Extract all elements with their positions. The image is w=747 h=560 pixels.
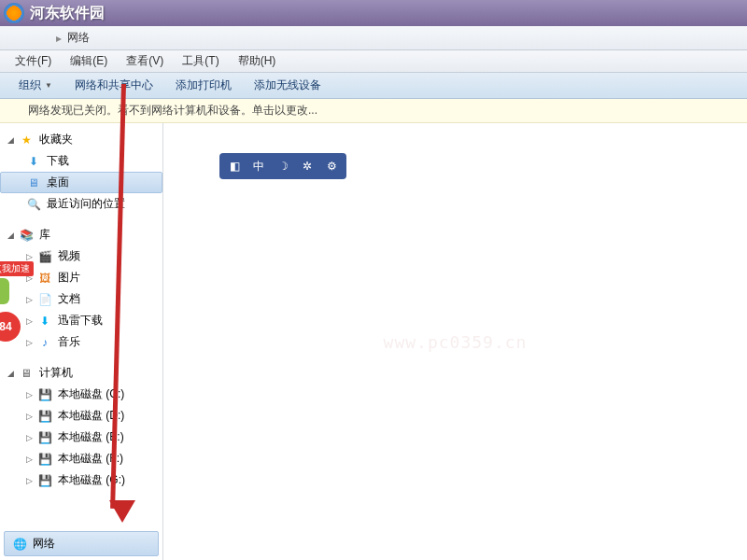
computer-label: 计算机 bbox=[39, 365, 73, 381]
music-label: 音乐 bbox=[58, 334, 80, 350]
menu-help[interactable]: 帮助(H) bbox=[229, 53, 286, 69]
picture-icon: 🖼 bbox=[37, 271, 52, 286]
document-icon: 📄 bbox=[37, 292, 52, 307]
xunlei-label: 迅雷下载 bbox=[58, 313, 103, 329]
preview-btn-b[interactable]: 中 bbox=[247, 157, 270, 175]
accel-badge[interactable]: 点我加速 bbox=[0, 261, 34, 276]
documents-label: 文档 bbox=[58, 291, 80, 307]
breadcrumb-network[interactable]: 网络 bbox=[62, 30, 95, 46]
computer-section: ◢ 🖥 计算机 ▷ 💾 本地磁盘 (C:) ▷ 💾 本地磁盘 (D:) ▷ 💾 … bbox=[0, 362, 162, 491]
desktop-icon: 🖥 bbox=[26, 175, 41, 190]
videos-label: 视频 bbox=[58, 248, 80, 264]
preview-btn-c[interactable]: ☽ bbox=[272, 157, 294, 175]
disk-c-label: 本地磁盘 (C:) bbox=[58, 386, 124, 402]
caret-icon: ▷ bbox=[26, 338, 35, 347]
disk-icon: 💾 bbox=[37, 430, 52, 445]
organize-button[interactable]: 组织 ▼ bbox=[7, 73, 63, 98]
disk-icon: 💾 bbox=[37, 387, 52, 402]
sidebar-documents[interactable]: ▷ 📄 文档 bbox=[0, 288, 162, 310]
add-printer-button[interactable]: 添加打印机 bbox=[164, 73, 243, 98]
caret-icon: ▷ bbox=[26, 390, 35, 399]
side-badge: 点我加速 bbox=[0, 261, 34, 276]
computer-icon: 🖥 bbox=[19, 366, 34, 381]
video-icon: 🎬 bbox=[37, 249, 52, 264]
menu-bar: 文件(F) 编辑(E) 查看(V) 工具(T) 帮助(H) bbox=[0, 50, 747, 73]
pictures-label: 图片 bbox=[58, 270, 80, 286]
sidebar-xunlei[interactable]: ▷ ⬇ 迅雷下载 bbox=[0, 310, 162, 331]
disk-d-label: 本地磁盘 (D:) bbox=[58, 408, 124, 424]
count-value: 84 bbox=[0, 320, 12, 333]
green-badge-icon bbox=[0, 278, 9, 304]
sidebar-disk-g[interactable]: ▷ 💾 本地磁盘 (G:) bbox=[0, 469, 162, 491]
caret-icon: ▷ bbox=[26, 455, 35, 464]
add-wireless-button[interactable]: 添加无线设备 bbox=[243, 73, 332, 98]
library-icon: 📚 bbox=[19, 228, 34, 243]
libraries-header[interactable]: ◢ 📚 库 bbox=[0, 224, 162, 245]
network-label: 网络 bbox=[33, 536, 55, 552]
caret-icon: ▷ bbox=[26, 295, 35, 304]
disk-e-label: 本地磁盘 (E:) bbox=[58, 429, 124, 445]
disk-icon: 💾 bbox=[37, 409, 52, 424]
favorites-header[interactable]: ◢ ★ 收藏夹 bbox=[0, 129, 162, 150]
preview-toolbar: ◧ 中 ☽ ✲ ⚙ bbox=[219, 153, 346, 179]
computer-header[interactable]: ◢ 🖥 计算机 bbox=[0, 362, 162, 384]
watermark-text: 河东软件园 bbox=[30, 4, 105, 23]
sidebar: ◢ ★ 收藏夹 ⬇ 下载 🖥 桌面 🔍 最近访问的位置 ◢ 📚 库 bbox=[0, 123, 163, 560]
downloads-label: 下载 bbox=[47, 153, 69, 169]
menu-tools[interactable]: 工具(T) bbox=[173, 53, 228, 69]
sidebar-downloads[interactable]: ⬇ 下载 bbox=[0, 150, 162, 172]
disk-icon: 💾 bbox=[37, 473, 52, 488]
menu-file[interactable]: 文件(F) bbox=[6, 53, 61, 69]
caret-icon: ▷ bbox=[26, 476, 35, 485]
info-bar[interactable]: 网络发现已关闭。看不到网络计算机和设备。单击以更改... bbox=[0, 99, 747, 123]
caret-icon: ▷ bbox=[26, 433, 35, 442]
disk-icon: 💾 bbox=[37, 452, 52, 467]
desktop-label: 桌面 bbox=[47, 175, 69, 190]
sidebar-recent[interactable]: 🔍 最近访问的位置 bbox=[0, 193, 162, 215]
favorites-label: 收藏夹 bbox=[39, 132, 73, 147]
recent-icon: 🔍 bbox=[26, 197, 41, 212]
sidebar-disk-f[interactable]: ▷ 💾 本地磁盘 (F:) bbox=[0, 448, 162, 469]
watermark-logo: 河东软件园 bbox=[0, 0, 105, 26]
content-pane: ◧ 中 ☽ ✲ ⚙ www.pc0359.cn bbox=[163, 123, 747, 560]
info-message: 网络发现已关闭。看不到网络计算机和设备。单击以更改... bbox=[28, 103, 317, 119]
toolbar: 组织 ▼ 网络和共享中心 添加打印机 添加无线设备 bbox=[0, 73, 747, 99]
sidebar-disk-e[interactable]: ▷ 💾 本地磁盘 (E:) bbox=[0, 427, 162, 448]
star-icon: ★ bbox=[19, 133, 34, 147]
menu-edit[interactable]: 编辑(E) bbox=[61, 53, 117, 69]
sidebar-network[interactable]: 🌐 网络 bbox=[4, 531, 159, 556]
menu-view[interactable]: 查看(V) bbox=[117, 53, 173, 69]
title-bar: 河东软件园 bbox=[0, 0, 747, 26]
sidebar-music[interactable]: ▷ ♪ 音乐 bbox=[0, 331, 162, 353]
caret-icon: ▷ bbox=[26, 316, 35, 326]
url-watermark: www.pc0359.cn bbox=[384, 332, 528, 352]
download-icon: ⬇ bbox=[26, 154, 41, 169]
preview-btn-e[interactable]: ⚙ bbox=[320, 157, 343, 175]
caret-icon: ▷ bbox=[26, 252, 35, 261]
logo-icon bbox=[4, 3, 24, 23]
libraries-section: ◢ 📚 库 ▷ 🎬 视频 ▷ 🖼 图片 ▷ 📄 文档 ▷ ⬇ bbox=[0, 224, 162, 353]
sidebar-disk-c[interactable]: ▷ 💾 本地磁盘 (C:) bbox=[0, 384, 162, 405]
network-sharing-center-button[interactable]: 网络和共享中心 bbox=[63, 73, 164, 98]
favorites-section: ◢ ★ 收藏夹 ⬇ 下载 🖥 桌面 🔍 最近访问的位置 bbox=[0, 129, 162, 215]
libraries-label: 库 bbox=[39, 227, 50, 243]
recent-label: 最近访问的位置 bbox=[47, 196, 125, 212]
caret-icon: ◢ bbox=[7, 369, 17, 378]
xunlei-icon: ⬇ bbox=[37, 314, 52, 329]
main-area: ◢ ★ 收藏夹 ⬇ 下载 🖥 桌面 🔍 最近访问的位置 ◢ 📚 库 bbox=[0, 123, 747, 560]
preview-btn-a[interactable]: ◧ bbox=[223, 157, 246, 175]
caret-icon: ◢ bbox=[7, 231, 17, 240]
music-icon: ♪ bbox=[37, 335, 52, 350]
disk-g-label: 本地磁盘 (G:) bbox=[58, 472, 125, 488]
caret-icon: ◢ bbox=[7, 135, 17, 145]
network-icon: 🌐 bbox=[12, 537, 27, 552]
sidebar-disk-d[interactable]: ▷ 💾 本地磁盘 (D:) bbox=[0, 405, 162, 427]
dropdown-arrow-icon: ▼ bbox=[45, 81, 52, 90]
sidebar-desktop[interactable]: 🖥 桌面 bbox=[0, 172, 162, 193]
preview-btn-d[interactable]: ✲ bbox=[296, 157, 318, 175]
disk-f-label: 本地磁盘 (F:) bbox=[58, 451, 123, 467]
organize-label: 组织 bbox=[19, 77, 41, 93]
caret-icon: ▷ bbox=[26, 412, 35, 421]
breadcrumb-bar: ▸ 网络 bbox=[0, 26, 747, 50]
